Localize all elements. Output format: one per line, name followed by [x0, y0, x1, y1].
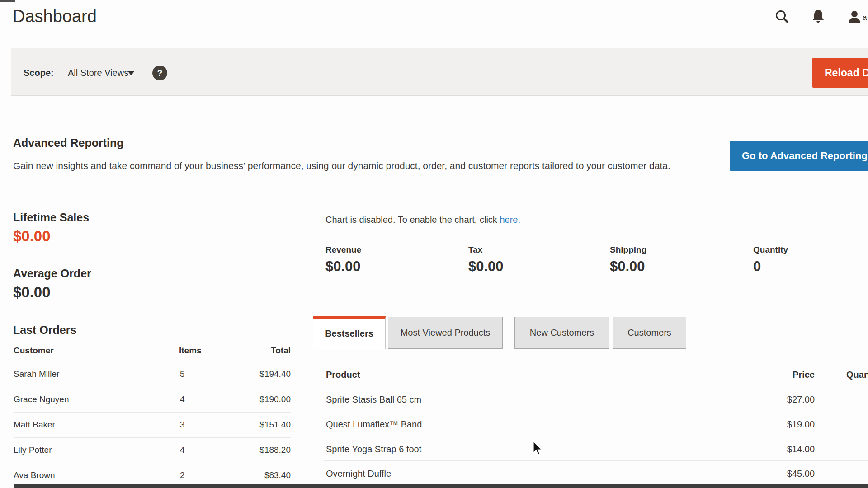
tab-new-customers[interactable]: New Customers	[514, 317, 609, 349]
items-cell: 5	[180, 370, 185, 379]
metric-revenue-value: $0.00	[326, 259, 361, 273]
scope-bar	[11, 48, 868, 96]
average-order-label: Average Order	[13, 267, 91, 280]
metric-shipping-label: Shipping	[610, 245, 646, 255]
table-row[interactable]: Sprite Yoga Strap 6 foot $14.00	[324, 444, 868, 455]
advanced-reporting-description: Gain new insights and take command of yo…	[13, 160, 670, 171]
notifications-bell-icon[interactable]	[809, 8, 827, 26]
table-row[interactable]: Sarah Miller 5 $194.40	[14, 370, 291, 380]
scope-label: Scope:	[24, 68, 54, 78]
table-row[interactable]: Sprite Stasis Ball 65 cm $27.00	[324, 394, 868, 405]
bell-glyph	[811, 9, 826, 25]
last-orders-col-items: Items	[179, 346, 202, 356]
tab-most-viewed-products[interactable]: Most Viewed Products	[388, 317, 503, 349]
chart-disabled-text: Chart is disabled. To enable the chart, …	[326, 215, 500, 225]
user-glyph	[847, 10, 862, 24]
help-icon[interactable]: ?	[152, 66, 167, 80]
price-cell: $45.00	[751, 469, 815, 479]
total-cell: $188.20	[236, 446, 291, 455]
chart-disabled-notice: Chart is disabled. To enable the chart, …	[326, 215, 520, 225]
lifetime-sales-value: $0.00	[13, 229, 51, 244]
row-divider	[14, 437, 291, 438]
last-orders-col-customer: Customer	[14, 346, 54, 356]
customer-cell: Sarah Miller	[14, 370, 59, 379]
row-divider	[14, 412, 291, 413]
products-col-quantity: Quantity	[846, 370, 868, 380]
chevron-down-icon[interactable]	[128, 71, 134, 75]
total-cell: $83.40	[236, 471, 291, 480]
page-title: Dashboard	[13, 6, 97, 27]
metric-quantity-value: 0	[753, 259, 761, 273]
row-divider	[324, 436, 868, 436]
table-row[interactable]: Matt Baker 3 $151.40	[14, 420, 291, 430]
metric-tax-value: $0.00	[468, 259, 504, 273]
items-cell: 3	[180, 420, 185, 430]
row-divider	[14, 387, 291, 387]
tabs-baseline	[313, 349, 868, 349]
items-cell: 4	[180, 446, 185, 455]
products-col-price: Price	[751, 370, 815, 380]
top-left-strip	[0, 0, 15, 2]
table-row[interactable]: Lily Potter 4 $188.20	[14, 446, 291, 455]
row-divider	[14, 463, 291, 463]
advanced-reporting-title: Advanced Reporting	[13, 137, 123, 150]
customer-cell: Matt Baker	[14, 420, 55, 430]
table-row[interactable]: Overnight Duffle $45.00	[324, 469, 868, 479]
total-cell: $190.00	[236, 395, 291, 404]
product-cell: Overnight Duffle	[326, 469, 391, 479]
search-icon[interactable]	[773, 8, 791, 26]
metric-revenue-label: Revenue	[326, 245, 361, 255]
products-header-divider	[324, 385, 868, 385]
total-cell: $194.40	[236, 370, 291, 379]
bottom-bar	[14, 484, 868, 488]
metric-tax-label: Tax	[468, 245, 482, 255]
products-col-product: Product	[326, 370, 360, 380]
dashboard-page: Dashboard a Scope: All Store Views ? Rel…	[0, 0, 868, 488]
row-divider	[324, 411, 868, 411]
customer-cell: Lily Potter	[14, 446, 52, 455]
customer-cell: Grace Nguyen	[14, 395, 69, 404]
section-divider	[13, 112, 868, 112]
table-row[interactable]: Grace Nguyen 4 $190.00	[14, 395, 291, 405]
customer-cell: Ava Brown	[14, 471, 55, 480]
product-cell: Sprite Yoga Strap 6 foot	[326, 444, 421, 454]
lifetime-sales-label: Lifetime Sales	[13, 211, 89, 224]
average-order-value: $0.00	[13, 285, 51, 300]
search-icon-glyph	[774, 9, 790, 25]
items-cell: 4	[180, 395, 185, 404]
username-label[interactable]: a	[863, 13, 867, 22]
tab-bestsellers[interactable]: Bestsellers	[313, 316, 386, 349]
row-divider	[324, 460, 868, 461]
items-cell: 2	[180, 471, 185, 480]
table-row[interactable]: Ava Brown 2 $83.40	[14, 471, 291, 481]
price-cell: $27.00	[751, 394, 815, 404]
last-orders-title: Last Orders	[13, 324, 76, 337]
mouse-cursor	[533, 441, 543, 455]
enable-chart-link[interactable]: here	[500, 215, 518, 225]
price-cell: $14.00	[751, 444, 815, 454]
total-cell: $151.40	[236, 420, 291, 430]
last-orders-header-divider	[14, 362, 291, 362]
metric-shipping-value: $0.00	[610, 259, 645, 273]
product-cell: Sprite Stasis Ball 65 cm	[326, 394, 421, 404]
go-to-advanced-reporting-button[interactable]: Go to Advanced Reporting	[730, 141, 868, 171]
reload-data-button[interactable]: Reload Data	[812, 58, 868, 88]
product-cell: Quest Lumaflex™ Band	[326, 419, 422, 429]
store-view-switcher[interactable]: All Store Views	[68, 68, 128, 78]
table-row[interactable]: Quest Lumaflex™ Band $19.00	[324, 419, 868, 430]
last-orders-col-total: Total	[236, 346, 291, 356]
price-cell: $19.00	[751, 419, 815, 429]
tab-customers[interactable]: Customers	[613, 317, 686, 349]
cursor-arrow-icon	[533, 441, 543, 455]
user-account-icon[interactable]	[845, 8, 863, 26]
chart-disabled-period: .	[518, 215, 520, 225]
metric-quantity-label: Quantity	[753, 245, 788, 255]
